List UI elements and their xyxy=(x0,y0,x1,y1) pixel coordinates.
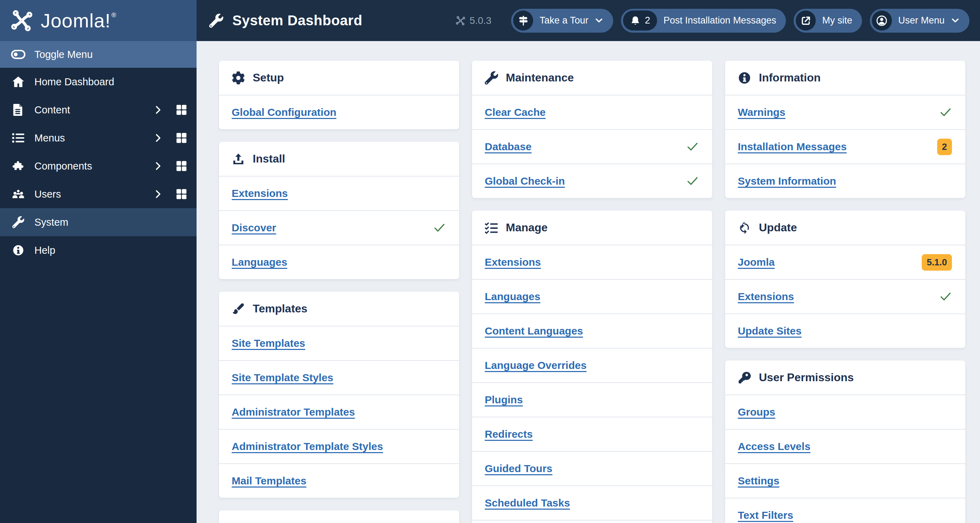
card-row: Global Check-in xyxy=(472,164,712,198)
card-header: Install xyxy=(219,142,459,176)
link-scheduled-tasks[interactable]: Scheduled Tasks xyxy=(485,497,570,509)
link-database[interactable]: Database xyxy=(485,141,531,153)
link-settings[interactable]: Settings xyxy=(738,475,779,487)
gear-icon xyxy=(232,71,245,84)
link-site-template-styles[interactable]: Site Template Styles xyxy=(232,372,334,384)
link-extensions[interactable]: Extensions xyxy=(485,256,541,268)
brand-name: Joomla!® xyxy=(41,10,116,32)
link-global-configuration[interactable]: Global Configuration xyxy=(232,107,336,118)
card-header: Update xyxy=(725,211,965,245)
card-row: Scheduled Tasks xyxy=(472,485,712,520)
card-row: Administrator Template Styles xyxy=(219,429,459,463)
link-extensions[interactable]: Extensions xyxy=(738,291,794,302)
user-menu-icon-circle xyxy=(872,11,892,30)
card-header: Information xyxy=(725,61,965,95)
check-icon xyxy=(939,106,952,119)
check-icon xyxy=(433,221,446,234)
sidebar-item-home-dashboard[interactable]: Home Dashboard xyxy=(0,68,197,96)
link-joomla[interactable]: Joomla xyxy=(738,256,775,268)
grid-icon[interactable] xyxy=(175,188,188,200)
card-row: Content Languages xyxy=(472,313,712,348)
sidebar-item-content[interactable]: Content xyxy=(0,96,197,124)
link-content-languages[interactable]: Content Languages xyxy=(485,325,583,337)
card-maintenance: MaintenanceClear CacheDatabaseGlobal Che… xyxy=(472,61,712,198)
card-update: UpdateJoomla5.1.0ExtensionsUpdate Sites xyxy=(725,211,965,348)
link-extensions[interactable]: Extensions xyxy=(232,188,288,199)
link-languages[interactable]: Languages xyxy=(232,256,287,268)
link-update-sites[interactable]: Update Sites xyxy=(738,325,802,337)
link-site-templates[interactable]: Site Templates xyxy=(232,337,305,349)
card-title: Update xyxy=(759,221,797,234)
users-icon xyxy=(11,188,26,201)
card-row: Site Template Styles xyxy=(219,360,459,394)
link-global-check-in[interactable]: Global Check-in xyxy=(485,175,565,187)
check-icon xyxy=(686,140,699,153)
grid-icon[interactable] xyxy=(175,132,188,144)
chevron-right-icon xyxy=(153,105,163,115)
link-text-filters[interactable]: Text Filters xyxy=(738,509,793,521)
joomla-logo[interactable]: Joomla!® xyxy=(0,0,197,41)
link-plugins[interactable]: Plugins xyxy=(485,394,523,406)
post-installation-messages-button[interactable]: 2 Post Installation Messages xyxy=(621,9,786,33)
link-administrator-templates[interactable]: Administrator Templates xyxy=(232,406,355,418)
sidebar-item-users[interactable]: Users xyxy=(0,180,197,208)
puzzle-icon xyxy=(11,159,26,173)
card-title: Maintenance xyxy=(506,71,574,84)
toggle-icon xyxy=(11,48,26,61)
link-installation-messages[interactable]: Installation Messages xyxy=(738,141,846,153)
sidebar-item-label: Help xyxy=(34,245,188,256)
sidebar-item-help[interactable]: Help xyxy=(0,236,197,264)
info-icon xyxy=(738,71,751,84)
card-information: InformationWarningsInstallation Messages… xyxy=(725,61,965,198)
card-templates: TemplatesSite TemplatesSite Template Sty… xyxy=(219,292,459,498)
link-groups[interactable]: Groups xyxy=(738,406,775,418)
joomla-version: 5.0.3 xyxy=(456,15,492,26)
sidebar-item-label: Menus xyxy=(34,132,153,144)
card-install: InstallExtensionsDiscoverLanguages xyxy=(219,142,459,279)
link-clear-cache[interactable]: Clear Cache xyxy=(485,107,546,118)
card-row: Languages xyxy=(219,245,459,279)
grid-icon[interactable] xyxy=(175,160,188,172)
my-site-button[interactable]: My site xyxy=(794,9,862,33)
sidebar-item-components[interactable]: Components xyxy=(0,152,197,180)
link-redirects[interactable]: Redirects xyxy=(485,428,533,440)
card-header: Setup xyxy=(219,61,459,95)
link-administrator-template-styles[interactable]: Administrator Template Styles xyxy=(232,440,383,453)
take-a-tour-icon-circle xyxy=(513,11,533,30)
home-icon xyxy=(11,75,26,89)
card-row: Access Levels xyxy=(725,429,965,463)
badge: 5.1.0 xyxy=(922,254,952,270)
card-manage: ManageExtensionsLanguagesContent Languag… xyxy=(472,211,712,523)
link-language-overrides[interactable]: Language Overrides xyxy=(485,359,587,371)
dashboard-content: SetupGlobal ConfigurationInstallExtensio… xyxy=(197,41,980,523)
take-a-tour-button[interactable]: Take a Tour xyxy=(511,9,613,33)
dashboard-column-3: InformationWarningsInstallation Messages… xyxy=(725,61,965,523)
link-warnings[interactable]: Warnings xyxy=(738,107,786,118)
page-title: System Dashboard xyxy=(232,13,362,29)
user-menu-button[interactable]: User Menu xyxy=(870,9,969,33)
sidebar-nav: Home DashboardContentMenusComponentsUser… xyxy=(0,68,197,264)
card-row: Global Configuration xyxy=(219,95,459,129)
link-access-levels[interactable]: Access Levels xyxy=(738,440,810,453)
link-system-information[interactable]: System Information xyxy=(738,175,836,187)
card-row: Site Templates xyxy=(219,326,459,360)
page-title-wrap: System Dashboard xyxy=(209,13,362,29)
card-row: System Information xyxy=(725,164,965,198)
sidebar-item-label: Content xyxy=(34,104,153,116)
sidebar-item-system[interactable]: System xyxy=(0,208,197,236)
card-row: Groups xyxy=(725,394,965,429)
link-guided-tours[interactable]: Guided Tours xyxy=(485,463,552,475)
link-mail-templates[interactable]: Mail Templates xyxy=(232,475,306,487)
sidebar-item-menus[interactable]: Menus xyxy=(0,124,197,152)
brush-icon xyxy=(232,302,245,316)
my-site-label: My site xyxy=(822,15,852,26)
card-row: Extensions xyxy=(472,245,712,279)
toggle-menu-button[interactable]: Toggle Menu xyxy=(0,41,197,68)
link-languages[interactable]: Languages xyxy=(485,291,540,302)
grid-icon[interactable] xyxy=(175,104,188,116)
sidebar: Joomla!® Toggle Menu Home DashboardConte… xyxy=(0,0,197,523)
link-discover[interactable]: Discover xyxy=(232,222,276,234)
user-circle-icon xyxy=(876,15,887,26)
info-icon xyxy=(11,243,26,257)
sidebar-item-label: System xyxy=(34,216,188,228)
